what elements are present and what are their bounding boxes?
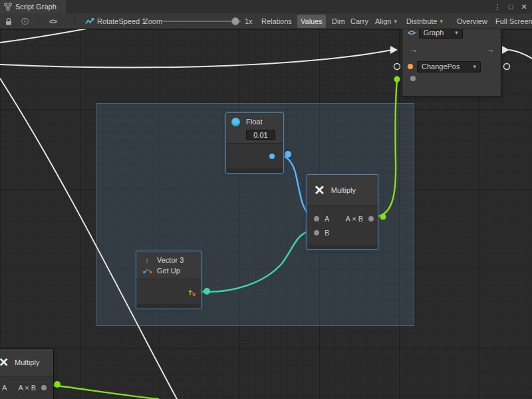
zoom-label: Zoom	[144, 13, 162, 29]
teal-wire-endpoint	[203, 288, 210, 295]
lock-icon[interactable]	[5, 13, 13, 29]
multiply-node-header: ✕ Multiply	[307, 175, 378, 205]
vector3-operation-label: Get Up	[157, 267, 180, 275]
close-icon[interactable]: ✕	[519, 0, 529, 13]
multiply2-input-a-label: A	[2, 384, 7, 392]
flow-wire-left[interactable]	[0, 50, 392, 67]
float-value-field[interactable]: 0.01	[246, 130, 275, 140]
port-row-a: A A × B	[307, 211, 378, 225]
float-node-ports	[226, 144, 283, 168]
variable-name-port[interactable]	[408, 64, 413, 69]
titlebar: Script Graph ⋮ □ ✕	[0, 0, 532, 13]
green-wire-endpoint-end	[394, 76, 400, 82]
vector3-output-port-icon[interactable]	[188, 287, 197, 297]
dropdown-arrow-icon: ▾	[473, 63, 476, 70]
multiply-icon: ✕	[314, 184, 325, 197]
dim-button[interactable]: Dim	[329, 15, 348, 28]
graph-toolbar: ⓘ <> RotateSpeed 1 Zoom 1x Relations Val…	[0, 13, 532, 29]
carry-button[interactable]: Carry	[347, 15, 372, 28]
vector3-node-header: ↑ Vector 3 ↙↘ Get Up	[136, 251, 201, 279]
multiply-input-b-port[interactable]	[314, 230, 319, 235]
window-title: Script Graph	[15, 3, 57, 11]
flow-wire-right[interactable]	[509, 50, 532, 59]
multiply-node-ports: A A × B B	[307, 206, 378, 245]
maximize-icon[interactable]: □	[505, 0, 516, 13]
dropdown-arrow-icon: ▾	[394, 15, 397, 28]
unconnected-port-right[interactable]	[504, 64, 510, 70]
fullscreen-button[interactable]: Full Screen	[492, 15, 532, 28]
flow-ports-row: → →	[409, 45, 494, 55]
flow-out-port-icon[interactable]: →	[485, 45, 494, 55]
window-tab[interactable]: Script Graph	[0, 0, 66, 13]
node-footer	[307, 245, 378, 249]
distribute-button[interactable]: Distribute ▾	[403, 15, 446, 28]
multiply2-result-port[interactable]	[41, 385, 47, 390]
flow-arrow-left-icon[interactable]	[390, 46, 398, 54]
breadcrumb[interactable]: RotateSpeed 1	[97, 13, 146, 29]
flow-arrow-right-icon[interactable]	[502, 46, 509, 54]
graph-canvas[interactable]: <> Graph ▾ → → ChangePos ▾	[0, 29, 532, 399]
unconnected-port-left[interactable]	[394, 64, 400, 70]
flow-in-port-icon[interactable]: →	[409, 45, 418, 55]
window-controls: ⋮ □ ✕	[492, 0, 532, 13]
zoom-value: 1x	[245, 13, 253, 29]
code-icon[interactable]: <>	[49, 13, 57, 29]
align-button[interactable]: Align ▾	[372, 15, 400, 28]
values-button[interactable]: Values	[297, 15, 326, 28]
multiply2-node-ports: A A × B	[0, 376, 53, 399]
axis-arrows-icon: ↙↘	[142, 267, 152, 275]
script-graph-window: Script Graph ⋮ □ ✕ ⓘ <> RotateSpeed 1 Zo…	[0, 0, 532, 399]
overview-button[interactable]: Overview	[454, 15, 491, 28]
script-graph-icon	[4, 3, 12, 11]
green-wire-endpoint-start	[380, 214, 386, 220]
info-icon[interactable]: ⓘ	[21, 13, 29, 29]
multiply2-node-title: Multiply	[15, 358, 39, 366]
variable-name-dropdown[interactable]: ChangePos ▾	[417, 61, 481, 72]
variable-kind-value: Graph	[424, 29, 444, 37]
value-input-port[interactable]	[410, 76, 416, 81]
lock-icon-glyph	[5, 17, 13, 26]
port-row-a: A A × B	[0, 380, 53, 394]
multiply2-output-wire[interactable]	[47, 384, 158, 399]
multiply-result-label: A × B	[345, 215, 363, 223]
node-footer	[226, 168, 283, 173]
vector3-node-title: Vector 3	[157, 256, 184, 264]
float-node[interactable]: Float 0.01	[226, 113, 283, 173]
toolbar-separator	[74, 16, 75, 27]
vector3-node-ports	[136, 279, 201, 304]
zoom-slider-track[interactable]	[162, 21, 241, 22]
multiply-node-partial[interactable]: ✕ Multiply A A × B	[0, 349, 53, 399]
multiply2-node-header: ✕ Multiply	[0, 349, 53, 376]
float-output-port[interactable]	[269, 154, 275, 159]
set-variable-node[interactable]: <> Graph ▾ → → ChangePos ▾	[402, 29, 501, 96]
multiply-result-port[interactable]	[368, 216, 374, 221]
flow-wire-top-left[interactable]	[0, 29, 105, 43]
axis-right-icon: ↘	[147, 267, 151, 275]
kebab-menu-icon[interactable]: ⋮	[492, 0, 503, 13]
getup-to-multiply-wire[interactable]	[197, 231, 313, 292]
variable-kind-dropdown[interactable]: Graph ▾	[419, 29, 463, 39]
relations-button[interactable]: Relations	[258, 15, 295, 28]
align-button-label: Align	[375, 15, 391, 28]
multiply-input-b-label: B	[325, 229, 329, 237]
unit-zigzag-icon	[85, 13, 94, 29]
graph-kind-icon: <>	[408, 29, 415, 37]
float-type-icon	[231, 118, 240, 126]
dropdown-arrow-icon: ▾	[440, 15, 443, 28]
port-row-b: B	[307, 225, 378, 239]
multiply2-result-label: A × B	[18, 384, 36, 392]
multiply-input-a-port[interactable]	[314, 216, 319, 221]
vector3-up-icon: ↑	[142, 255, 152, 265]
variable-kind-row: <> Graph ▾	[408, 29, 495, 39]
dropdown-arrow-icon: ▾	[455, 29, 458, 36]
multiply-input-a-label: A	[325, 215, 329, 223]
toolbar-separator	[39, 16, 39, 27]
float-node-header: Float 0.01	[226, 113, 283, 143]
zoom-slider-handle[interactable]	[231, 17, 239, 25]
float-node-title: Float	[246, 118, 262, 126]
value-input-row	[410, 76, 495, 81]
blue-wire-endpoint	[285, 151, 291, 158]
variable-name-value: ChangePos	[422, 63, 460, 70]
multiply-node[interactable]: ✕ Multiply A A × B B	[307, 175, 378, 249]
vector3-getup-node[interactable]: ↑ Vector 3 ↙↘ Get Up	[136, 251, 201, 309]
